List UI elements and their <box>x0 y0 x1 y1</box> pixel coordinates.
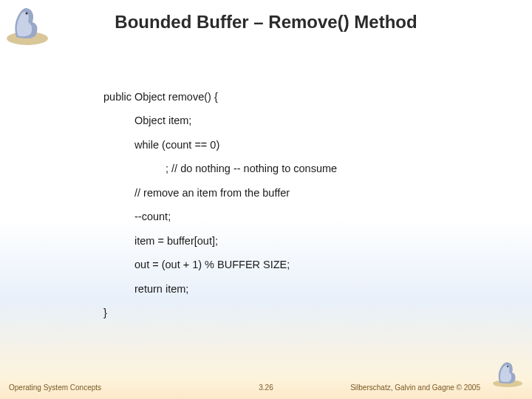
code-line: // remove an item from the buffer <box>103 185 488 201</box>
slide-title: Bounded Buffer – Remove() Method <box>0 12 532 33</box>
code-line: public Object remove() { <box>103 89 488 105</box>
code-line: return item; <box>103 281 488 297</box>
code-line: out = (out + 1) % BUFFER SIZE; <box>103 256 488 273</box>
code-line: Object item; <box>103 112 488 129</box>
code-line: --count; <box>103 208 488 225</box>
code-line: while (count == 0) <box>103 137 488 153</box>
code-line: } <box>103 304 488 321</box>
code-block: public Object remove() { Object item; wh… <box>103 89 488 321</box>
dinosaur-logo-bottom <box>489 358 526 389</box>
code-line: item = buffer[out]; <box>103 233 488 249</box>
footer-copyright: Silberschatz, Galvin and Gagne © 2005 <box>350 383 480 392</box>
code-line: ; // do nothing -- nothing to consume <box>103 160 488 177</box>
svg-point-3 <box>507 366 508 367</box>
